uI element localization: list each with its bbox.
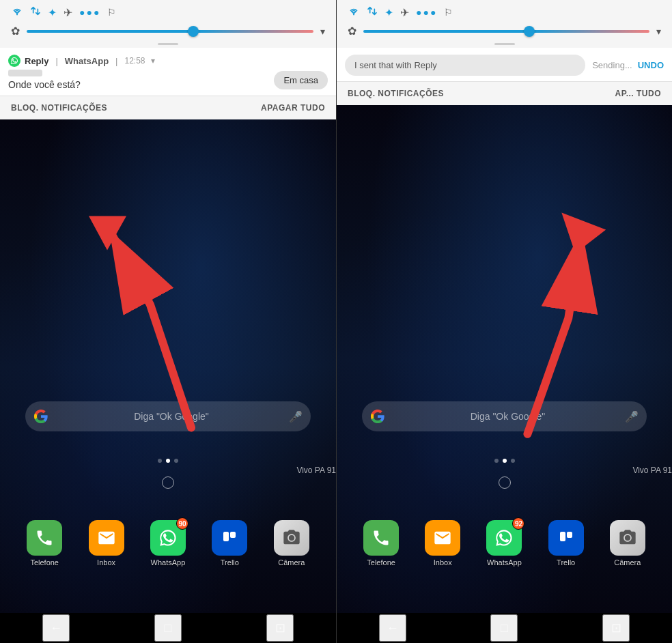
right-app-whatsapp[interactable]: 92 WhatsApp	[486, 520, 522, 567]
right-app-trello[interactable]: Trello	[548, 520, 584, 567]
right-whatsapp-icon: 92	[486, 520, 522, 556]
bluetooth-icon: ✦	[48, 6, 57, 19]
right-wifi-icon	[348, 6, 360, 18]
left-whatsapp-icon: 90	[150, 520, 186, 556]
drag-handle	[0, 42, 336, 48]
left-app-whatsapp[interactable]: 90 WhatsApp	[150, 520, 186, 567]
back-button[interactable]: ←	[42, 614, 70, 642]
right-camera-label: Câmera	[614, 558, 641, 567]
right-google-logo	[370, 409, 385, 424]
signal-icon: ●●●	[79, 7, 100, 18]
left-google-search[interactable]: Diga "Ok Google" 🎤	[25, 401, 311, 431]
notif-sender-blurred	[8, 70, 42, 76]
right-app-dock: Telefone Inbox 92	[337, 515, 672, 572]
drag-handle-bar	[158, 43, 178, 45]
right-home-button[interactable]: □	[490, 614, 518, 642]
data-transfer-icon	[30, 5, 41, 19]
left-page-dots	[158, 459, 178, 463]
right-data-transfer-icon	[367, 5, 378, 19]
airplane-icon: ✈	[64, 6, 72, 19]
right-nav-bar: ← □ ⊡	[337, 613, 672, 643]
reply-input-bar: I sent that with Reply Sending... UNDO	[345, 55, 664, 76]
right-brightness-bar[interactable]: ✿ ▾	[337, 22, 672, 42]
right-drag-handle	[337, 42, 672, 48]
brightness-thumb[interactable]	[188, 26, 199, 37]
page-dot-1	[158, 459, 162, 463]
left-app-inbox[interactable]: Inbox	[89, 520, 124, 567]
left-app-camera[interactable]: Câmera	[274, 520, 309, 567]
left-telefone-label: Telefone	[30, 558, 59, 567]
home-button[interactable]: □	[154, 614, 182, 642]
block-notifications-button[interactable]: BLOQ. NOTIFICAÇÕES	[11, 103, 107, 113]
notif-message: Onde você está?	[8, 79, 274, 90]
right-home-indicator	[499, 476, 511, 489]
left-brightness-bar[interactable]: ✿ ▾	[0, 22, 336, 42]
right-app-inbox[interactable]: Inbox	[425, 520, 460, 567]
svg-rect-3	[223, 532, 229, 541]
left-trello-label: Trello	[221, 558, 239, 567]
right-clear-all-button[interactable]: AP... TUDO	[615, 89, 661, 98]
left-search-placeholder[interactable]: Diga "Ok Google"	[54, 411, 289, 422]
right-home-indicator-circle	[499, 476, 511, 489]
notif-sender-msg: Onde você está?	[8, 70, 274, 90]
brightness-slider[interactable]	[27, 30, 313, 33]
left-app-telefone[interactable]: Telefone	[27, 520, 62, 567]
left-home-screen: Diga "Ok Google" 🎤 Vivo PA 91 Te	[0, 119, 336, 613]
right-whatsapp-badge: 92	[512, 517, 524, 530]
right-airplane-icon: ✈	[400, 6, 409, 19]
right-whatsapp-label: WhatsApp	[487, 558, 522, 567]
right-trello-label: Trello	[557, 558, 575, 567]
left-whatsapp-badge: 90	[176, 517, 188, 530]
right-home-screen: Diga "Ok Google" 🎤 Vivo PA 91 Te	[337, 105, 672, 613]
right-brightness-thumb[interactable]	[524, 26, 535, 37]
right-app-telefone[interactable]: Telefone	[363, 520, 399, 567]
clear-all-button[interactable]: APAGAR TUDO	[261, 103, 325, 113]
right-mic-icon[interactable]: 🎤	[625, 410, 639, 423]
left-nav-bar: ← □ ⊡	[0, 613, 336, 643]
telefone-icon	[27, 520, 62, 556]
undo-button[interactable]: UNDO	[638, 60, 664, 70]
inbox-icon	[89, 520, 124, 556]
brightness-chevron[interactable]: ▾	[320, 26, 325, 37]
right-telefone-icon	[363, 520, 399, 556]
home-indicator-circle	[162, 476, 174, 489]
left-app-trello[interactable]: Trello	[212, 520, 247, 567]
left-camera-icon	[274, 520, 309, 556]
wifi-icon	[11, 6, 23, 18]
left-home-indicator	[162, 476, 174, 489]
right-block-notifications-button[interactable]: BLOQ. NOTIFICAÇÕES	[348, 89, 444, 98]
right-flashlight-icon: ⚐	[444, 7, 453, 18]
right-page-dot-1	[494, 459, 499, 463]
right-bluetooth-icon: ✦	[384, 6, 393, 19]
right-page-dots	[494, 459, 515, 463]
right-brightness-chevron[interactable]: ▾	[656, 26, 661, 37]
right-recents-button[interactable]: ⊡	[602, 614, 630, 642]
left-camera-label: Câmera	[278, 558, 305, 567]
left-mic-icon[interactable]: 🎤	[289, 410, 303, 423]
svg-rect-8	[560, 532, 565, 541]
brightness-icon: ✿	[11, 25, 20, 38]
right-camera-icon	[610, 520, 645, 556]
right-phone-panel: ✦ ✈ ●●● ⚐ ✿ ▾ I sent that with Reply Sen…	[336, 0, 672, 643]
right-google-search[interactable]: Diga "Ok Google" 🎤	[362, 401, 647, 431]
right-page-dot-2	[503, 459, 507, 463]
right-app-camera[interactable]: Câmera	[610, 520, 645, 567]
right-brightness-slider[interactable]	[363, 30, 649, 33]
notif-content: Onde você está? Em casa	[8, 70, 328, 90]
right-inbox-label: Inbox	[434, 558, 452, 567]
notif-header: Reply | WhatsApp | 12:58 ▾	[8, 55, 328, 67]
right-back-button[interactable]: ←	[379, 614, 406, 642]
reply-quick-button[interactable]: Em casa	[274, 71, 328, 89]
notif-expand-icon[interactable]: ▾	[151, 56, 155, 66]
recents-button[interactable]: ⊡	[266, 614, 294, 642]
page-dot-2	[166, 459, 170, 463]
right-notification: I sent that with Reply Sending... UNDO	[337, 48, 672, 81]
page-dot-3	[174, 459, 178, 463]
right-drag-handle-bar	[494, 43, 515, 45]
notif-time-divider: |	[115, 56, 117, 66]
svg-point-0	[16, 14, 18, 15]
right-brightness-icon: ✿	[348, 25, 356, 38]
right-search-placeholder[interactable]: Diga "Ok Google"	[391, 411, 625, 422]
right-signal-icon: ●●●	[416, 7, 437, 18]
reply-sent-text[interactable]: I sent that with Reply	[345, 55, 585, 76]
